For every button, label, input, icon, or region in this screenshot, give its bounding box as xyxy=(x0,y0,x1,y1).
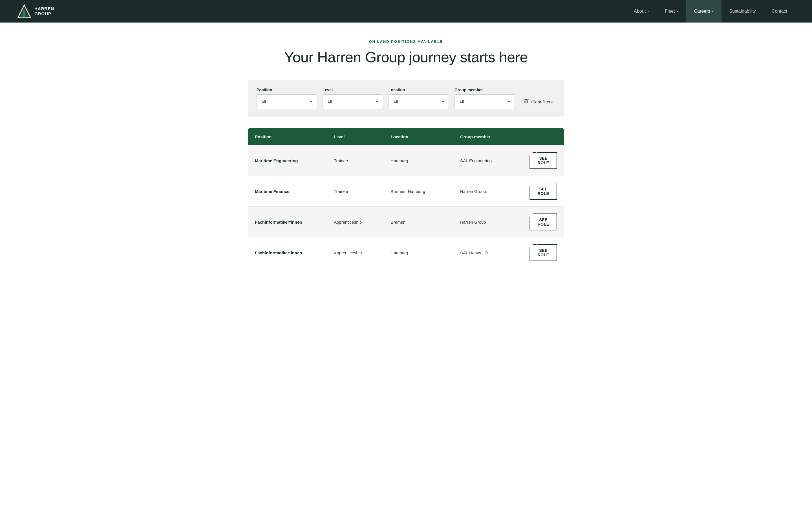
clear-filters-button[interactable]: Clear filters xyxy=(520,94,555,109)
nav-item-contact[interactable]: Contact xyxy=(764,0,795,22)
cell-position: Maritime Engineering xyxy=(248,145,327,176)
nav-menu: About ▾ Fleet ▾ Careers ▾ Sustainability… xyxy=(626,0,795,22)
chevron-down-icon: ▾ xyxy=(647,10,649,13)
position-filter-label: Position xyxy=(257,88,317,92)
group-filter-group: Group member All ▾ xyxy=(455,88,515,109)
cell-location: Hamburg xyxy=(384,237,453,268)
cell-location: Hamburg xyxy=(384,145,453,176)
hero-title: Your Harren Group journey starts here xyxy=(6,49,806,66)
filters-section: Position All ▾ Level All ▾ Location All … xyxy=(231,80,581,117)
table-row: Maritime Engineering Trainee Hamburg SAL… xyxy=(248,145,564,176)
location-filter-select[interactable]: All ▾ xyxy=(389,94,449,109)
see-role-button[interactable]: SEE ROLE xyxy=(529,152,557,169)
filters-box: Position All ▾ Level All ▾ Location All … xyxy=(248,80,564,117)
location-filter-group: Location All ▾ xyxy=(389,88,449,109)
chevron-down-icon: ▾ xyxy=(442,100,444,104)
chevron-down-icon: ▾ xyxy=(508,100,510,104)
cell-group: Harren Group xyxy=(453,176,523,207)
cell-location: Bremen, Hamburg xyxy=(384,176,453,207)
header-group: Group member xyxy=(453,128,523,145)
cell-action: SEE ROLE xyxy=(523,145,564,176)
cell-group: SAL Engineering xyxy=(453,145,523,176)
nav-item-sustainability[interactable]: Sustainability xyxy=(721,0,764,22)
level-filter-label: Level xyxy=(322,88,383,92)
group-filter-select[interactable]: All ▾ xyxy=(455,94,515,109)
hero-subtitle: ON LAND POSITIONS AVAILABLE xyxy=(6,40,806,44)
nav-item-fleet[interactable]: Fleet ▾ xyxy=(657,0,686,22)
cell-action: SEE ROLE xyxy=(523,237,564,268)
svg-line-3 xyxy=(525,100,527,102)
svg-rect-2 xyxy=(23,10,26,17)
nav-item-about[interactable]: About ▾ xyxy=(626,0,657,22)
chevron-down-icon: ▾ xyxy=(677,10,678,13)
header-location: Location xyxy=(384,128,453,145)
navbar: HARREN GROUP About ▾ Fleet ▾ Careers ▾ S… xyxy=(0,0,812,22)
cell-group: SAL Heavy Lift xyxy=(453,237,523,268)
group-filter-label: Group member xyxy=(455,88,515,92)
positions-table: Position Level Location Group member Mar… xyxy=(248,128,564,268)
table-header: Position Level Location Group member xyxy=(248,128,564,145)
logo[interactable]: HARREN GROUP xyxy=(17,4,54,18)
header-action xyxy=(523,128,564,145)
location-filter-label: Location xyxy=(389,88,449,92)
cell-action: SEE ROLE xyxy=(523,176,564,207)
cell-action: SEE ROLE xyxy=(523,207,564,237)
table-row: Fachinformatiker*innen Apprenticeship Ha… xyxy=(248,237,564,268)
chevron-down-icon: ▾ xyxy=(712,10,714,13)
position-filter-select[interactable]: All ▾ xyxy=(257,94,317,109)
see-role-button[interactable]: SEE ROLE xyxy=(529,183,557,200)
see-role-button[interactable]: SEE ROLE xyxy=(529,214,557,230)
cell-group: Harren Group xyxy=(453,207,523,237)
chevron-down-icon: ▾ xyxy=(376,100,378,104)
header-level: Level xyxy=(327,128,384,145)
cell-level: Apprenticeship xyxy=(327,237,384,268)
cell-location: Bremen xyxy=(384,207,453,237)
chevron-down-icon: ▾ xyxy=(310,100,312,104)
see-role-button[interactable]: SEE ROLE xyxy=(529,244,557,261)
cell-level: Trainee xyxy=(327,176,384,207)
level-filter-group: Level All ▾ xyxy=(322,88,383,109)
logo-text: HARREN GROUP xyxy=(35,6,54,16)
hero-section: ON LAND POSITIONS AVAILABLE Your Harren … xyxy=(0,22,812,80)
table-row: Fachinformatiker*innen Apprenticeship Br… xyxy=(248,207,564,237)
table-row: Maritime Finance Trainee Bremen, Hamburg… xyxy=(248,176,564,207)
table-body: Maritime Engineering Trainee Hamburg SAL… xyxy=(248,145,564,268)
cell-position: Fachinformatiker*innen xyxy=(248,207,327,237)
level-filter-select[interactable]: All ▾ xyxy=(322,94,383,109)
cell-position: Fachinformatiker*innen xyxy=(248,237,327,268)
position-filter-group: Position All ▾ xyxy=(257,88,317,109)
nav-item-careers[interactable]: Careers ▾ xyxy=(686,0,721,22)
filter-x-icon xyxy=(523,98,529,105)
cell-position: Maritime Finance xyxy=(248,176,327,207)
cell-level: Apprenticeship xyxy=(327,207,384,237)
header-position: Position xyxy=(248,128,327,145)
positions-table-section: Position Level Location Group member Mar… xyxy=(231,128,581,285)
cell-level: Trainee xyxy=(327,145,384,176)
